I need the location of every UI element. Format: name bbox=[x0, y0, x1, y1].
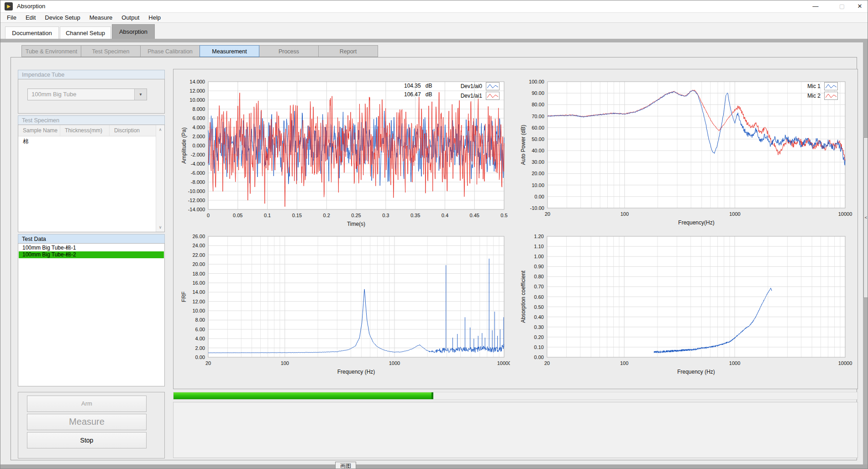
measurement-progress-bar bbox=[173, 392, 858, 400]
subtab-report[interactable]: Report bbox=[318, 45, 378, 57]
measure-button[interactable]: Measure bbox=[27, 414, 147, 430]
lower-empty-panel bbox=[173, 402, 858, 458]
progress-fill bbox=[174, 392, 433, 399]
scroll-up-icon[interactable]: ∧ bbox=[156, 126, 164, 133]
menu-help[interactable]: Help bbox=[144, 13, 165, 22]
impedance-tube-header: Impendace Tube bbox=[18, 70, 165, 79]
measurement-subtab-strip: Tube & EnvironmentTest SpecimenPhase Cal… bbox=[21, 45, 378, 57]
tube-select-value: 100mm Big Tube bbox=[32, 91, 76, 98]
list-item[interactable]: 100mm Big Tube-棉-2 bbox=[19, 251, 164, 258]
maximize-button[interactable]: ▢ bbox=[831, 0, 852, 12]
column-header-thickness-mm: Thickness(mm) bbox=[60, 125, 110, 136]
control-button-panel: Arm Measure Stop bbox=[18, 392, 165, 459]
app-icon: ▶ bbox=[5, 2, 13, 10]
test-data-list[interactable]: 100mm Big Tube-棉-1100mm Big Tube-棉-2 bbox=[18, 243, 165, 386]
charts-panel bbox=[173, 69, 858, 389]
subtab-phase-calibration[interactable]: Phase Calibration bbox=[140, 45, 200, 57]
test-specimen-scrollbar[interactable]: ∧ ∨ bbox=[156, 125, 164, 232]
menu-device-setup[interactable]: Device Setup bbox=[40, 13, 84, 22]
tab-documentation[interactable]: Documentation bbox=[5, 26, 59, 39]
stop-button[interactable]: Stop bbox=[27, 432, 147, 448]
bottom-edge-strip bbox=[0, 464, 868, 469]
test-specimen-table[interactable]: Sample NameThickness(mm)Discription ∧ ∨ … bbox=[18, 125, 165, 232]
test-specimen-column-headers: Sample NameThickness(mm)Discription bbox=[18, 125, 156, 136]
list-item[interactable]: 100mm Big Tube-棉-1 bbox=[19, 245, 164, 251]
column-header-discription: Discription bbox=[110, 125, 156, 136]
scroll-down-icon[interactable]: ∨ bbox=[156, 224, 164, 231]
impedance-tube-group: 100mm Big Tube ▾ bbox=[18, 79, 165, 114]
close-button[interactable]: ✕ bbox=[852, 0, 868, 12]
title-bar: ▶ Absorption — ▢ ✕ bbox=[0, 0, 868, 13]
tube-select-dropdown[interactable]: 100mm Big Tube ▾ bbox=[27, 89, 147, 100]
tab-absorption[interactable]: Absorption bbox=[112, 24, 155, 39]
menu-file[interactable]: File bbox=[2, 13, 21, 22]
collapse-left-icon: < bbox=[865, 215, 867, 220]
menu-bar: FileEditDevice SetupMeasureOutputHelp bbox=[0, 13, 868, 23]
minimize-button[interactable]: — bbox=[805, 0, 826, 12]
window-title: Absorption bbox=[17, 3, 45, 10]
main-tab-strip: DocumentationChannel SetupAbsorption bbox=[0, 23, 868, 39]
menu-edit[interactable]: Edit bbox=[21, 13, 40, 22]
subtab-tube-environment[interactable]: Tube & Environment bbox=[21, 45, 81, 57]
subtab-measurement[interactable]: Measurement bbox=[200, 45, 259, 57]
table-row[interactable]: 棉 bbox=[23, 138, 29, 146]
bottom-window-tab[interactable]: 画图 bbox=[335, 462, 356, 469]
test-specimen-header: Test Specimen bbox=[18, 115, 165, 125]
absorption-app-window: { "window": {"title": "Absorption", "con… bbox=[0, 0, 868, 469]
dropdown-arrow-icon[interactable]: ▾ bbox=[134, 89, 147, 100]
arm-button[interactable]: Arm bbox=[27, 396, 147, 412]
tab-page-band bbox=[0, 39, 868, 42]
menu-output[interactable]: Output bbox=[117, 13, 144, 22]
subtab-test-specimen[interactable]: Test Specimen bbox=[81, 45, 141, 57]
collapse-splitter[interactable]: < bbox=[863, 137, 868, 298]
column-header-sample-name: Sample Name bbox=[18, 125, 60, 136]
subtab-process[interactable]: Process bbox=[259, 45, 319, 57]
menu-measure[interactable]: Measure bbox=[85, 13, 117, 22]
test-data-header: Test Data bbox=[18, 234, 165, 243]
tab-channel-setup[interactable]: Channel Setup bbox=[60, 26, 111, 39]
